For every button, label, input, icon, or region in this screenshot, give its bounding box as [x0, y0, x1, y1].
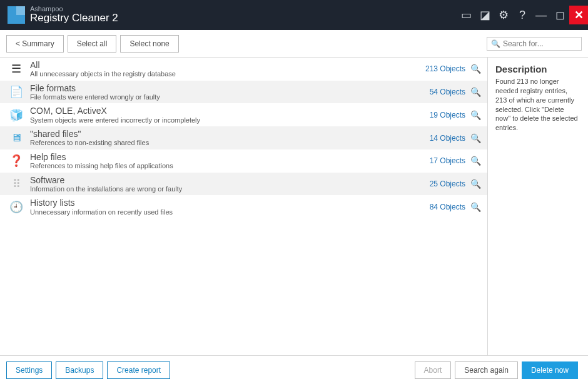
category-entry: "shared files"References to non-existing… — [30, 129, 430, 147]
category-desc: References to non-existing shared files — [30, 139, 430, 147]
category-title: History lists — [30, 198, 430, 208]
category-desc: System objects were entered incorrectly … — [30, 116, 430, 124]
footer-bar: Settings Backups Create report Abort Sea… — [0, 355, 588, 384]
settings-button[interactable]: Settings — [6, 361, 52, 379]
magnify-icon[interactable]: 🔍 — [470, 87, 481, 97]
app-title-block: Ashampoo Registry Cleaner 2 — [30, 6, 118, 24]
object-count: 213 Objects — [425, 64, 465, 73]
magnify-icon[interactable]: 🔍 — [470, 64, 481, 74]
category-entry: AllAll unnecessary objects in the regist… — [30, 60, 425, 78]
object-count: 54 Objects — [430, 88, 465, 96]
category-title: All — [30, 60, 425, 70]
category-entry: File formatsFile formats were entered wr… — [30, 83, 430, 101]
category-desc: Information on the installations are wro… — [30, 185, 430, 193]
category-desc: References to missing help files of appl… — [30, 162, 430, 170]
category-row[interactable]: 🕘History listsUnnecessary information on… — [0, 195, 487, 218]
category-row[interactable]: 🖥"shared files"References to non-existin… — [0, 126, 487, 149]
summary-button[interactable]: < Summary — [6, 35, 64, 53]
toolbar: < Summary Select all Select none 🔍 — [0, 30, 588, 58]
magnify-icon[interactable]: 🔍 — [470, 202, 481, 212]
settings-gear-icon[interactable]: ⚙ — [494, 6, 513, 24]
object-count: 14 Objects — [430, 134, 465, 143]
category-icon: 🕘 — [8, 198, 25, 216]
category-title: Software — [30, 175, 430, 185]
category-row[interactable]: 📄File formatsFile formats were entered w… — [0, 81, 487, 104]
category-entry: SoftwareInformation on the installations… — [30, 175, 430, 193]
search-icon: 🔍 — [491, 39, 500, 48]
category-list: ☰AllAll unnecessary objects in the regis… — [0, 58, 488, 355]
category-desc: All unnecessary objects in the registry … — [30, 70, 425, 78]
category-icon: ⠿ — [8, 175, 25, 193]
category-row[interactable]: ⠿SoftwareInformation on the installation… — [0, 173, 487, 196]
content-area: ☰AllAll unnecessary objects in the regis… — [0, 58, 588, 355]
search-input[interactable] — [503, 39, 577, 48]
category-desc: Unnecessary information on recently used… — [30, 208, 430, 216]
category-entry: Help filesReferences to missing help fil… — [30, 152, 430, 170]
category-entry: History listsUnnecessary information on … — [30, 198, 430, 216]
category-icon: 🧊 — [8, 106, 25, 124]
category-title: COM, OLE, ActiveX — [30, 106, 430, 116]
category-icon: 📄 — [8, 83, 25, 101]
category-title: Help files — [30, 152, 430, 162]
maximize-icon[interactable]: ◻ — [550, 6, 569, 24]
description-heading: Description — [495, 64, 580, 74]
select-all-button[interactable]: Select all — [68, 35, 117, 53]
object-count: 25 Objects — [430, 179, 465, 188]
notifications-icon[interactable]: ▭ — [457, 6, 475, 24]
category-icon: 🖥 — [8, 129, 25, 147]
app-logo-icon — [8, 6, 25, 24]
select-none-button[interactable]: Select none — [120, 35, 178, 53]
product-name: Registry Cleaner 2 — [30, 13, 118, 24]
object-count: 19 Objects — [430, 111, 465, 119]
minimize-icon[interactable]: — — [532, 6, 550, 24]
search-again-button[interactable]: Search again — [455, 361, 518, 379]
category-row[interactable]: 🧊COM, OLE, ActiveXSystem objects were en… — [0, 103, 487, 126]
help-icon[interactable]: ? — [513, 6, 532, 24]
category-row[interactable]: ☰AllAll unnecessary objects in the regis… — [0, 58, 487, 81]
object-count: 84 Objects — [430, 203, 465, 211]
category-title: "shared files" — [30, 129, 430, 139]
magnify-icon[interactable]: 🔍 — [470, 110, 481, 120]
magnify-icon[interactable]: 🔍 — [470, 179, 481, 189]
description-text: Found 213 no longer needed registry entr… — [495, 77, 580, 133]
magnify-icon[interactable]: 🔍 — [470, 156, 481, 166]
category-entry: COM, OLE, ActiveXSystem objects were ent… — [30, 106, 430, 124]
close-icon[interactable]: ✕ — [569, 6, 588, 24]
backups-button[interactable]: Backups — [56, 361, 103, 379]
category-row[interactable]: ❓Help filesReferences to missing help fi… — [0, 149, 487, 173]
object-count: 17 Objects — [430, 156, 465, 165]
category-icon: ❓ — [8, 152, 25, 169]
abort-button[interactable]: Abort — [415, 361, 452, 379]
magnify-icon[interactable]: 🔍 — [470, 133, 481, 143]
category-desc: File formats were entered wrongly or fau… — [30, 93, 430, 101]
delete-now-button[interactable]: Delete now — [522, 361, 578, 379]
create-report-button[interactable]: Create report — [107, 361, 170, 379]
titlebar: Ashampoo Registry Cleaner 2 ▭ ◪ ⚙ ? — ◻ … — [0, 0, 588, 30]
search-box[interactable]: 🔍 — [487, 37, 582, 51]
category-icon: ☰ — [8, 60, 25, 78]
category-title: File formats — [30, 83, 430, 93]
live-tile-icon[interactable]: ◪ — [475, 6, 494, 24]
description-panel: Description Found 213 no longer needed r… — [488, 58, 588, 355]
